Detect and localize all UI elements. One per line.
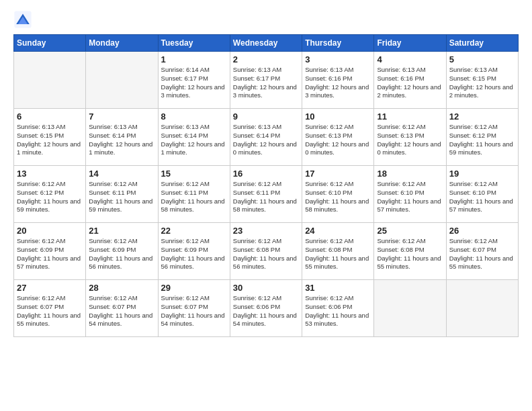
day-number: 11 bbox=[377, 111, 443, 122]
logo bbox=[13, 10, 35, 29]
day-number: 7 bbox=[89, 111, 154, 122]
calendar-cell: 28Sunrise: 6:12 AM Sunset: 6:07 PM Dayli… bbox=[86, 280, 158, 337]
day-info: Sunrise: 6:13 AM Sunset: 6:14 PM Dayligh… bbox=[233, 123, 299, 157]
calendar-cell: 31Sunrise: 6:12 AM Sunset: 6:06 PM Dayli… bbox=[302, 280, 374, 337]
calendar-cell: 15Sunrise: 6:12 AM Sunset: 6:11 PM Dayli… bbox=[158, 166, 230, 223]
calendar-week-row: 1Sunrise: 6:14 AM Sunset: 6:17 PM Daylig… bbox=[14, 52, 519, 109]
day-info: Sunrise: 6:13 AM Sunset: 6:14 PM Dayligh… bbox=[89, 123, 154, 157]
day-number: 28 bbox=[89, 283, 154, 293]
calendar-cell: 5Sunrise: 6:13 AM Sunset: 6:15 PM Daylig… bbox=[446, 52, 518, 109]
calendar-cell: 3Sunrise: 6:13 AM Sunset: 6:16 PM Daylig… bbox=[302, 52, 374, 109]
calendar-cell: 24Sunrise: 6:12 AM Sunset: 6:08 PM Dayli… bbox=[302, 223, 374, 280]
day-number: 25 bbox=[377, 226, 443, 236]
calendar-cell: 18Sunrise: 6:12 AM Sunset: 6:10 PM Dayli… bbox=[374, 166, 446, 223]
calendar-cell: 17Sunrise: 6:12 AM Sunset: 6:10 PM Dayli… bbox=[302, 166, 374, 223]
calendar-cell: 8Sunrise: 6:13 AM Sunset: 6:14 PM Daylig… bbox=[158, 109, 230, 166]
day-number: 16 bbox=[233, 169, 299, 179]
weekday-header: Monday bbox=[86, 35, 158, 52]
calendar-cell: 30Sunrise: 6:12 AM Sunset: 6:06 PM Dayli… bbox=[230, 280, 302, 337]
day-number: 31 bbox=[305, 283, 371, 293]
calendar-cell: 25Sunrise: 6:12 AM Sunset: 6:08 PM Dayli… bbox=[374, 223, 446, 280]
header bbox=[13, 10, 519, 29]
day-number: 15 bbox=[161, 169, 227, 179]
calendar-cell bbox=[86, 52, 158, 109]
page: SundayMondayTuesdayWednesdayThursdayFrid… bbox=[0, 0, 532, 411]
day-number: 1 bbox=[161, 54, 227, 64]
day-info: Sunrise: 6:12 AM Sunset: 6:09 PM Dayligh… bbox=[17, 237, 83, 271]
weekday-header: Thursday bbox=[302, 35, 374, 52]
day-info: Sunrise: 6:12 AM Sunset: 6:10 PM Dayligh… bbox=[449, 180, 515, 214]
day-number: 14 bbox=[89, 169, 154, 179]
day-number: 20 bbox=[17, 226, 83, 236]
calendar: SundayMondayTuesdayWednesdayThursdayFrid… bbox=[13, 34, 519, 337]
calendar-cell: 7Sunrise: 6:13 AM Sunset: 6:14 PM Daylig… bbox=[86, 109, 158, 166]
calendar-cell: 27Sunrise: 6:12 AM Sunset: 6:07 PM Dayli… bbox=[14, 280, 86, 337]
calendar-cell: 23Sunrise: 6:12 AM Sunset: 6:08 PM Dayli… bbox=[230, 223, 302, 280]
day-number: 8 bbox=[161, 111, 227, 122]
day-info: Sunrise: 6:12 AM Sunset: 6:11 PM Dayligh… bbox=[233, 180, 299, 214]
day-number: 2 bbox=[233, 54, 299, 64]
day-number: 22 bbox=[161, 226, 227, 236]
day-info: Sunrise: 6:13 AM Sunset: 6:17 PM Dayligh… bbox=[233, 66, 299, 100]
day-info: Sunrise: 6:12 AM Sunset: 6:09 PM Dayligh… bbox=[89, 237, 154, 271]
day-info: Sunrise: 6:12 AM Sunset: 6:12 PM Dayligh… bbox=[449, 123, 515, 157]
calendar-cell: 14Sunrise: 6:12 AM Sunset: 6:11 PM Dayli… bbox=[86, 166, 158, 223]
calendar-week-row: 13Sunrise: 6:12 AM Sunset: 6:12 PM Dayli… bbox=[14, 166, 519, 223]
day-number: 5 bbox=[449, 54, 515, 64]
calendar-cell: 21Sunrise: 6:12 AM Sunset: 6:09 PM Dayli… bbox=[86, 223, 158, 280]
calendar-cell: 4Sunrise: 6:13 AM Sunset: 6:16 PM Daylig… bbox=[374, 52, 446, 109]
day-info: Sunrise: 6:12 AM Sunset: 6:07 PM Dayligh… bbox=[449, 237, 515, 271]
day-number: 13 bbox=[17, 169, 83, 179]
day-number: 27 bbox=[17, 283, 83, 293]
day-number: 29 bbox=[161, 283, 227, 293]
weekday-header: Tuesday bbox=[158, 35, 230, 52]
calendar-cell: 6Sunrise: 6:13 AM Sunset: 6:15 PM Daylig… bbox=[14, 109, 86, 166]
calendar-cell: 19Sunrise: 6:12 AM Sunset: 6:10 PM Dayli… bbox=[446, 166, 518, 223]
calendar-cell bbox=[446, 280, 518, 337]
calendar-cell: 1Sunrise: 6:14 AM Sunset: 6:17 PM Daylig… bbox=[158, 52, 230, 109]
day-info: Sunrise: 6:12 AM Sunset: 6:10 PM Dayligh… bbox=[305, 180, 371, 214]
day-info: Sunrise: 6:12 AM Sunset: 6:10 PM Dayligh… bbox=[377, 180, 443, 214]
day-info: Sunrise: 6:12 AM Sunset: 6:11 PM Dayligh… bbox=[89, 180, 154, 214]
calendar-cell: 20Sunrise: 6:12 AM Sunset: 6:09 PM Dayli… bbox=[14, 223, 86, 280]
calendar-cell: 12Sunrise: 6:12 AM Sunset: 6:12 PM Dayli… bbox=[446, 109, 518, 166]
day-number: 4 bbox=[377, 54, 443, 64]
weekday-header-row: SundayMondayTuesdayWednesdayThursdayFrid… bbox=[14, 35, 519, 52]
day-number: 24 bbox=[305, 226, 371, 236]
day-info: Sunrise: 6:12 AM Sunset: 6:09 PM Dayligh… bbox=[161, 237, 227, 271]
calendar-cell bbox=[14, 52, 86, 109]
calendar-cell: 13Sunrise: 6:12 AM Sunset: 6:12 PM Dayli… bbox=[14, 166, 86, 223]
day-info: Sunrise: 6:12 AM Sunset: 6:08 PM Dayligh… bbox=[233, 237, 299, 271]
day-info: Sunrise: 6:13 AM Sunset: 6:14 PM Dayligh… bbox=[161, 123, 227, 157]
day-info: Sunrise: 6:12 AM Sunset: 6:11 PM Dayligh… bbox=[161, 180, 227, 214]
day-info: Sunrise: 6:12 AM Sunset: 6:07 PM Dayligh… bbox=[17, 294, 83, 328]
calendar-week-row: 20Sunrise: 6:12 AM Sunset: 6:09 PM Dayli… bbox=[14, 223, 519, 280]
calendar-cell: 11Sunrise: 6:12 AM Sunset: 6:13 PM Dayli… bbox=[374, 109, 446, 166]
calendar-week-row: 27Sunrise: 6:12 AM Sunset: 6:07 PM Dayli… bbox=[14, 280, 519, 337]
day-info: Sunrise: 6:12 AM Sunset: 6:08 PM Dayligh… bbox=[305, 237, 371, 271]
day-info: Sunrise: 6:13 AM Sunset: 6:16 PM Dayligh… bbox=[377, 66, 443, 100]
day-number: 26 bbox=[449, 226, 515, 236]
day-number: 12 bbox=[449, 111, 515, 122]
day-number: 3 bbox=[305, 54, 371, 64]
day-number: 6 bbox=[17, 111, 83, 122]
day-info: Sunrise: 6:12 AM Sunset: 6:12 PM Dayligh… bbox=[17, 180, 83, 214]
calendar-cell: 10Sunrise: 6:12 AM Sunset: 6:13 PM Dayli… bbox=[302, 109, 374, 166]
day-info: Sunrise: 6:14 AM Sunset: 6:17 PM Dayligh… bbox=[161, 66, 227, 100]
weekday-header: Sunday bbox=[14, 35, 86, 52]
calendar-cell: 22Sunrise: 6:12 AM Sunset: 6:09 PM Dayli… bbox=[158, 223, 230, 280]
calendar-week-row: 6Sunrise: 6:13 AM Sunset: 6:15 PM Daylig… bbox=[14, 109, 519, 166]
day-info: Sunrise: 6:12 AM Sunset: 6:13 PM Dayligh… bbox=[305, 123, 371, 157]
day-number: 9 bbox=[233, 111, 299, 122]
day-info: Sunrise: 6:13 AM Sunset: 6:15 PM Dayligh… bbox=[449, 66, 515, 100]
day-number: 30 bbox=[233, 283, 299, 293]
day-info: Sunrise: 6:12 AM Sunset: 6:07 PM Dayligh… bbox=[161, 294, 227, 328]
day-info: Sunrise: 6:12 AM Sunset: 6:06 PM Dayligh… bbox=[305, 294, 371, 328]
calendar-cell: 16Sunrise: 6:12 AM Sunset: 6:11 PM Dayli… bbox=[230, 166, 302, 223]
day-number: 17 bbox=[305, 169, 371, 179]
day-number: 21 bbox=[89, 226, 154, 236]
day-number: 10 bbox=[305, 111, 371, 122]
logo-icon bbox=[13, 10, 32, 29]
day-number: 23 bbox=[233, 226, 299, 236]
day-info: Sunrise: 6:12 AM Sunset: 6:07 PM Dayligh… bbox=[89, 294, 154, 328]
